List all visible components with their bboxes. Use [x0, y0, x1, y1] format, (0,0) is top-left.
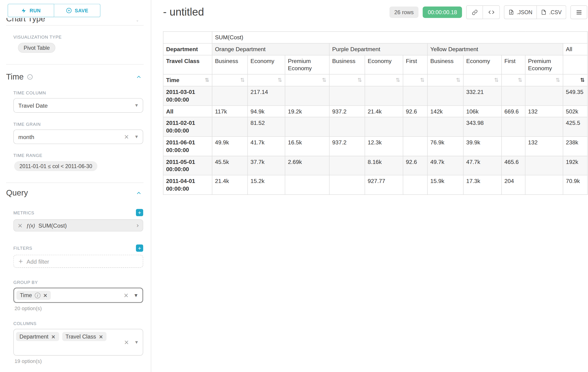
chevron-up-icon[interactable]	[136, 74, 142, 80]
time-grain-label: TIME GRAIN	[13, 122, 144, 127]
viz-type-pill[interactable]: Pivot Table	[18, 43, 55, 53]
remove-tag-icon[interactable]: ×	[43, 292, 47, 298]
group-by-select[interactable]: Time i × × ▼	[13, 287, 143, 303]
pivot-value-cell	[403, 86, 427, 105]
time-column-select[interactable]: Travel Date ▼	[13, 98, 143, 113]
pivot-table: SUM(Cost)DepartmentOrange DepartmentPurp…	[163, 32, 588, 195]
remove-tag-icon[interactable]: ×	[51, 333, 55, 340]
pivot-row-dimension-label: Travel Class	[163, 55, 212, 74]
pivot-value-cell: 21.4k	[212, 175, 248, 195]
sort-icon[interactable]: ⇅	[240, 76, 245, 84]
chart-menu-button[interactable]	[570, 5, 587, 19]
query-section-header[interactable]: Query	[6, 188, 143, 197]
pivot-value-cell: 47.7k	[463, 156, 502, 175]
pivot-value-cell	[285, 175, 329, 195]
pivot-row-header: 2011-05-01 00:00:00	[163, 156, 212, 175]
pivot-value-cell	[427, 86, 463, 105]
time-range-pill[interactable]: 2011-01-01 ≤ col < 2011-06-30	[14, 161, 98, 171]
columns-select[interactable]: Department × Travel Class × × ▼	[13, 329, 143, 356]
timer-badge: 00:00:00.18	[423, 7, 462, 18]
sort-icon[interactable]: ⇅	[322, 76, 326, 84]
time-section-header[interactable]: Time	[6, 72, 143, 81]
pivot-value-cell: 49.7k	[427, 156, 463, 175]
group-by-label: GROUP BY	[13, 280, 144, 285]
pivot-value-cell	[329, 175, 365, 195]
columns-options-hint: 19 option(s)	[14, 358, 143, 364]
pivot-value-cell	[329, 117, 365, 137]
clear-icon[interactable]: ×	[124, 133, 129, 140]
pivot-column-header: Business	[329, 55, 365, 74]
metric-option[interactable]: × ƒ(x) SUM(Cost) ›	[13, 219, 143, 232]
pivot-value-cell: 41.7k	[248, 137, 285, 156]
sort-icon[interactable]: ⇅	[556, 76, 560, 84]
superset-explore-page: RUN SAVE Chart Type ⌄ VISUALIZATION TYPE…	[0, 0, 588, 372]
embed-code-button[interactable]	[483, 5, 500, 19]
add-filter-plus-button[interactable]: +	[136, 244, 143, 252]
pivot-value-cell	[285, 117, 329, 137]
pivot-value-cell	[403, 117, 427, 137]
pivot-sort-cell: ⇅	[525, 74, 563, 86]
pivot-metric-header: SUM(Cost)	[212, 32, 588, 43]
metrics-label-row: METRICS +	[13, 209, 143, 216]
copy-link-button[interactable]	[466, 5, 483, 19]
sort-icon[interactable]: ⇅	[396, 76, 400, 84]
remove-metric-icon[interactable]: ×	[18, 222, 23, 229]
plus-icon: +	[18, 258, 23, 265]
run-save-button-group: RUN SAVE	[8, 4, 100, 17]
pivot-sort-cell: ⇅	[329, 74, 365, 86]
plus-icon: +	[138, 245, 141, 251]
chart-header-actions: 26 rows 00:00:00.18 .JSON	[389, 5, 587, 19]
pivot-column-header: Economy	[248, 55, 285, 74]
code-icon	[488, 9, 494, 15]
pivot-column-header: Business	[212, 55, 248, 74]
clear-icon[interactable]: ×	[124, 292, 129, 299]
time-section-title: Time	[6, 72, 23, 81]
pivot-value-cell: 669.6	[502, 106, 525, 117]
export-csv-button[interactable]: .CSV	[537, 5, 566, 19]
sort-icon[interactable]: ⇅	[420, 76, 425, 84]
plus-icon: +	[138, 210, 141, 215]
sort-icon[interactable]: ⇅	[205, 76, 209, 84]
pivot-column-header: Premium Economy	[285, 55, 329, 74]
pivot-value-cell	[403, 175, 427, 195]
time-grain-select[interactable]: month × ▼	[13, 129, 143, 144]
clear-icon[interactable]: ×	[124, 339, 129, 346]
columns-label: COLUMNS	[13, 321, 144, 326]
pivot-column-header: First	[502, 55, 525, 74]
sort-icon[interactable]: ⇅	[580, 76, 585, 84]
time-column-label: TIME COLUMN	[13, 90, 144, 95]
sort-icon[interactable]: ⇅	[518, 76, 522, 84]
time-column-value: Travel Date	[18, 102, 48, 109]
file-download-icon	[508, 10, 514, 15]
save-button[interactable]: SAVE	[54, 4, 100, 17]
add-metric-button[interactable]: +	[136, 209, 143, 216]
pivot-value-cell: 217.14	[248, 86, 285, 105]
chart-title[interactable]: - untitled	[163, 6, 204, 18]
chart-type-section-header: Chart Type ⌄	[6, 18, 143, 23]
pivot-value-cell: 12.3k	[365, 137, 403, 156]
file-icon	[541, 10, 546, 15]
pivot-column-header: First	[403, 55, 427, 74]
pivot-data-row: 2011-06-01 00:00:0049.9k41.7k16.5k937.21…	[163, 137, 587, 156]
sort-icon[interactable]: ⇅	[456, 76, 460, 84]
export-json-label: .JSON	[517, 9, 533, 15]
pivot-column-group-header: All	[563, 43, 587, 55]
pivot-value-cell: 39.9k	[463, 137, 502, 156]
sort-icon[interactable]: ⇅	[278, 76, 282, 84]
add-filter-button[interactable]: + Add filter	[13, 255, 143, 268]
chevron-up-icon[interactable]	[136, 190, 142, 196]
remove-tag-icon[interactable]: ×	[99, 333, 103, 340]
pivot-value-cell	[329, 86, 365, 105]
sort-icon[interactable]: ⇅	[357, 76, 362, 84]
pivot-value-cell	[427, 117, 463, 137]
pivot-sort-cell: ⇅	[463, 74, 502, 86]
sort-icon[interactable]: ⇅	[494, 76, 499, 84]
pivot-value-cell: 8.16k	[365, 156, 403, 175]
pivot-value-cell: 549.35	[563, 86, 587, 105]
link-icon	[472, 9, 478, 15]
pivot-value-cell	[525, 156, 563, 175]
chevron-right-icon[interactable]: ›	[136, 222, 139, 229]
export-json-button[interactable]: .JSON	[504, 5, 537, 19]
pivot-value-cell: 204	[502, 175, 525, 195]
run-button[interactable]: RUN	[8, 4, 54, 17]
